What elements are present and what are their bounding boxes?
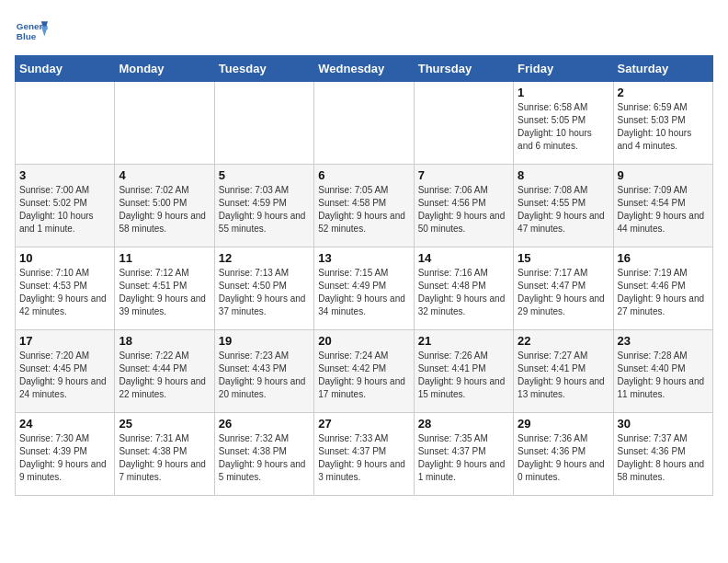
calendar-cell: 18Sunrise: 7:22 AM Sunset: 4:44 PM Dayli… [115,330,214,413]
day-number: 18 [119,334,210,348]
day-number: 11 [119,251,210,265]
day-info: Sunrise: 7:03 AM Sunset: 4:59 PM Dayligh… [219,184,310,236]
day-number: 20 [318,334,409,348]
day-number: 14 [418,251,509,265]
svg-text:Blue: Blue [17,31,37,41]
calendar-cell: 20Sunrise: 7:24 AM Sunset: 4:42 PM Dayli… [314,330,414,413]
day-info: Sunrise: 7:02 AM Sunset: 5:00 PM Dayligh… [119,184,210,236]
day-number: 6 [318,168,409,182]
calendar-cell: 22Sunrise: 7:27 AM Sunset: 4:41 PM Dayli… [514,330,613,413]
day-number: 5 [219,168,310,182]
calendar-cell: 1Sunrise: 6:58 AM Sunset: 5:05 PM Daylig… [514,82,613,165]
day-number: 24 [19,417,110,431]
calendar-cell [414,82,513,165]
calendar-cell: 25Sunrise: 7:31 AM Sunset: 4:38 PM Dayli… [115,413,214,496]
weekday-header-row: SundayMondayTuesdayWednesdayThursdayFrid… [16,56,713,82]
calendar-table: SundayMondayTuesdayWednesdayThursdayFrid… [15,55,713,496]
day-number: 16 [618,251,709,265]
calendar-cell: 26Sunrise: 7:32 AM Sunset: 4:38 PM Dayli… [214,413,313,496]
calendar-cell: 28Sunrise: 7:35 AM Sunset: 4:37 PM Dayli… [414,413,513,496]
day-info: Sunrise: 7:16 AM Sunset: 4:48 PM Dayligh… [418,267,509,318]
day-info: Sunrise: 7:32 AM Sunset: 4:38 PM Dayligh… [219,432,310,484]
calendar-cell [16,82,115,165]
calendar-cell: 14Sunrise: 7:16 AM Sunset: 4:48 PM Dayli… [414,247,513,330]
calendar-cell: 2Sunrise: 6:59 AM Sunset: 5:03 PM Daylig… [613,82,712,165]
day-info: Sunrise: 7:15 AM Sunset: 4:49 PM Dayligh… [318,267,409,318]
weekday-header: Saturday [613,56,712,82]
calendar-cell: 30Sunrise: 7:37 AM Sunset: 4:36 PM Dayli… [613,413,712,496]
day-info: Sunrise: 7:20 AM Sunset: 4:45 PM Dayligh… [19,350,110,401]
calendar-cell: 29Sunrise: 7:36 AM Sunset: 4:36 PM Dayli… [514,413,613,496]
day-info: Sunrise: 7:09 AM Sunset: 4:54 PM Dayligh… [618,184,709,236]
day-info: Sunrise: 7:05 AM Sunset: 4:58 PM Dayligh… [318,184,409,236]
calendar-cell: 23Sunrise: 7:28 AM Sunset: 4:40 PM Dayli… [613,330,712,413]
day-number: 27 [318,417,409,431]
calendar-cell [314,82,414,165]
day-number: 15 [518,251,609,265]
calendar-cell: 21Sunrise: 7:26 AM Sunset: 4:41 PM Dayli… [414,330,513,413]
day-number: 2 [618,86,709,99]
day-number: 12 [219,251,310,265]
day-info: Sunrise: 7:00 AM Sunset: 5:02 PM Dayligh… [19,184,110,236]
weekday-header: Tuesday [214,56,313,82]
calendar-cell: 16Sunrise: 7:19 AM Sunset: 4:46 PM Dayli… [613,247,712,330]
calendar-cell: 24Sunrise: 7:30 AM Sunset: 4:39 PM Dayli… [16,413,115,496]
day-info: Sunrise: 7:28 AM Sunset: 4:40 PM Dayligh… [618,350,709,401]
calendar-week-row: 10Sunrise: 7:10 AM Sunset: 4:53 PM Dayli… [16,247,713,330]
day-number: 25 [119,417,210,431]
day-info: Sunrise: 7:24 AM Sunset: 4:42 PM Dayligh… [318,350,409,401]
day-number: 23 [618,334,709,348]
page-header: General Blue [15,15,713,48]
calendar-cell: 27Sunrise: 7:33 AM Sunset: 4:37 PM Dayli… [314,413,414,496]
calendar-cell: 13Sunrise: 7:15 AM Sunset: 4:49 PM Dayli… [314,247,414,330]
day-number: 3 [19,168,110,182]
day-info: Sunrise: 7:17 AM Sunset: 4:47 PM Dayligh… [518,267,609,318]
day-info: Sunrise: 7:36 AM Sunset: 4:36 PM Dayligh… [518,432,609,484]
day-number: 9 [618,168,709,182]
day-info: Sunrise: 6:58 AM Sunset: 5:05 PM Dayligh… [518,101,609,153]
weekday-header: Monday [115,56,214,82]
day-info: Sunrise: 7:13 AM Sunset: 4:50 PM Dayligh… [219,267,310,318]
calendar-cell: 3Sunrise: 7:00 AM Sunset: 5:02 PM Daylig… [16,165,115,247]
calendar-cell: 5Sunrise: 7:03 AM Sunset: 4:59 PM Daylig… [214,165,313,247]
weekday-header: Wednesday [314,56,414,82]
day-info: Sunrise: 7:08 AM Sunset: 4:55 PM Dayligh… [518,184,609,236]
day-info: Sunrise: 7:27 AM Sunset: 4:41 PM Dayligh… [518,350,609,401]
day-info: Sunrise: 7:23 AM Sunset: 4:43 PM Dayligh… [219,350,310,401]
calendar-cell: 12Sunrise: 7:13 AM Sunset: 4:50 PM Dayli… [214,247,313,330]
weekday-header: Sunday [16,56,115,82]
calendar-cell: 6Sunrise: 7:05 AM Sunset: 4:58 PM Daylig… [314,165,414,247]
day-number: 4 [119,168,210,182]
calendar-cell: 11Sunrise: 7:12 AM Sunset: 4:51 PM Dayli… [115,247,214,330]
calendar-cell: 8Sunrise: 7:08 AM Sunset: 4:55 PM Daylig… [514,165,613,247]
calendar-week-row: 24Sunrise: 7:30 AM Sunset: 4:39 PM Dayli… [16,413,713,496]
calendar-cell: 9Sunrise: 7:09 AM Sunset: 4:54 PM Daylig… [613,165,712,247]
day-number: 17 [19,334,110,348]
day-info: Sunrise: 7:33 AM Sunset: 4:37 PM Dayligh… [318,432,409,484]
weekday-header: Thursday [414,56,513,82]
logo: General Blue [15,15,48,48]
calendar-cell: 4Sunrise: 7:02 AM Sunset: 5:00 PM Daylig… [115,165,214,247]
day-info: Sunrise: 7:06 AM Sunset: 4:56 PM Dayligh… [418,184,509,236]
calendar-cell: 7Sunrise: 7:06 AM Sunset: 4:56 PM Daylig… [414,165,513,247]
day-number: 22 [518,334,609,348]
day-number: 28 [418,417,509,431]
day-info: Sunrise: 6:59 AM Sunset: 5:03 PM Dayligh… [618,101,709,153]
day-number: 13 [318,251,409,265]
day-number: 26 [219,417,310,431]
calendar-week-row: 1Sunrise: 6:58 AM Sunset: 5:05 PM Daylig… [16,82,713,165]
calendar-week-row: 3Sunrise: 7:00 AM Sunset: 5:02 PM Daylig… [16,165,713,247]
day-number: 8 [518,168,609,182]
day-number: 29 [518,417,609,431]
calendar-cell: 15Sunrise: 7:17 AM Sunset: 4:47 PM Dayli… [514,247,613,330]
day-number: 19 [219,334,310,348]
day-info: Sunrise: 7:30 AM Sunset: 4:39 PM Dayligh… [19,432,110,484]
day-number: 21 [418,334,509,348]
day-info: Sunrise: 7:10 AM Sunset: 4:53 PM Dayligh… [19,267,110,318]
day-info: Sunrise: 7:22 AM Sunset: 4:44 PM Dayligh… [119,350,210,401]
calendar-cell: 17Sunrise: 7:20 AM Sunset: 4:45 PM Dayli… [16,330,115,413]
day-info: Sunrise: 7:35 AM Sunset: 4:37 PM Dayligh… [418,432,509,484]
calendar-week-row: 17Sunrise: 7:20 AM Sunset: 4:45 PM Dayli… [16,330,713,413]
day-info: Sunrise: 7:31 AM Sunset: 4:38 PM Dayligh… [119,432,210,484]
day-number: 7 [418,168,509,182]
